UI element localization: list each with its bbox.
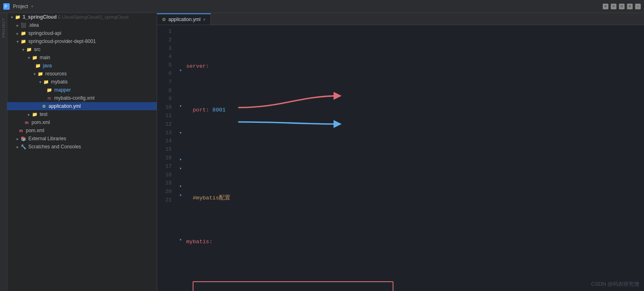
tree-mybatis[interactable]: ▾ 📁 mybatis — [7, 78, 157, 86]
tree-label-mybatis-config: mybatis-config.xml — [54, 95, 94, 101]
code-line-4: #mybatis配置 — [186, 194, 644, 203]
arrow-provider: ▾ — [15, 39, 20, 44]
tree-resources[interactable]: ▾ 📁 resources — [7, 70, 157, 78]
arrow-root: ▾ — [9, 15, 15, 19]
tree-label-test: test — [40, 111, 47, 117]
editor-content[interactable]: 12345 678910 1112131415 1617181920 21 ▾ … — [157, 25, 644, 291]
tree-application-yml[interactable]: ⚙ application.yml — [7, 102, 157, 110]
tree-external-libs[interactable]: ▸ 📚 External Libraries — [7, 135, 157, 143]
window-controls: ⊕ ≡ ⊟ ⚙ − — [603, 4, 641, 9]
code-line-6: type-aliases-package: com.lemon.springcl… — [186, 281, 644, 291]
gutter: ▾ ▾ ▾ ▾ ▾ ▾ ▾ ▾ — [176, 27, 185, 291]
sidebar-strip: Project — [0, 13, 7, 291]
folder-java-icon: 📁 — [35, 62, 41, 69]
tree-label-mybatis: mybatis — [51, 79, 68, 85]
folder-main-icon: 📁 — [32, 54, 38, 61]
tree-java[interactable]: 📁 java — [7, 62, 157, 70]
idea-icon: ⬛ — [20, 22, 27, 28]
folder-resources-icon: 📁 — [37, 71, 44, 77]
arrow-src: ▾ — [20, 47, 26, 52]
code-token: server: — [186, 62, 209, 71]
arrow-idea: ▸ — [15, 23, 20, 28]
folder-mybatis-icon: 📁 — [43, 79, 49, 85]
layout-icon[interactable]: ≡ — [611, 4, 616, 9]
arrow-test: ▸ — [26, 112, 32, 117]
highlight-red-line6: type-aliases-package: com.lemon.springcl… — [193, 281, 393, 291]
tree-scratches[interactable]: ▸ 🔧 Scratches and Consoles — [7, 143, 157, 151]
settings-icon[interactable]: ⚙ — [627, 4, 633, 9]
split-icon[interactable]: ⊟ — [619, 4, 625, 9]
tree-mapper[interactable]: 📁 mapper — [7, 86, 157, 94]
tab-yml-icon: ⚙ — [162, 17, 166, 22]
project-tree[interactable]: ▾ 📁 1_springCloud E:\Java\SpinrgCloud\1_… — [7, 13, 157, 291]
tree-label-api: springcloud-api — [28, 30, 61, 36]
code-line-2: port: 8001 — [186, 106, 644, 115]
tree-label-scratches: Scratches and Consoles — [28, 144, 81, 150]
scratch-icon: 🔧 — [20, 143, 27, 150]
tree-root[interactable]: ▾ 📁 1_springCloud E:\Java\SpinrgCloud\1_… — [7, 13, 157, 21]
folder-src-icon: 📁 — [26, 46, 32, 53]
tree-label-src: src — [34, 47, 40, 52]
folder-api-icon: 📁 — [20, 30, 27, 36]
tree-springcloud-api[interactable]: ▸ 📁 springcloud-api — [7, 29, 157, 37]
line-numbers: 12345 678910 1112131415 1617181920 21 — [157, 27, 176, 291]
tree-pom-root[interactable]: m pom.xml — [7, 126, 157, 135]
strip-label: Project — [2, 15, 6, 41]
library-icon: 📚 — [20, 135, 27, 142]
maven-provider-icon: m — [23, 119, 30, 126]
code-line-1: server: — [186, 62, 644, 71]
arrow-main: ▾ — [26, 56, 32, 60]
arrow-mybatis: ▾ — [37, 80, 43, 84]
code-line-5: mybatis: — [186, 238, 644, 246]
tab-label: application.yml — [168, 17, 200, 22]
code-token: port: — [193, 106, 209, 115]
tree-provider[interactable]: ▾ 📁 springcloud-provider-dept-8001 — [7, 37, 157, 45]
tree-label-java: java — [43, 63, 52, 68]
tree-label-external: External Libraries — [28, 136, 66, 141]
tree-label-pom-root: pom.xml — [26, 128, 44, 133]
folder-test-icon: 📁 — [32, 111, 38, 118]
main-layout: Project ▾ 📁 1_springCloud E:\Java\Spinrg… — [0, 13, 644, 291]
minimize-icon[interactable]: − — [635, 4, 641, 9]
tree-pom-provider[interactable]: m pom.xml — [7, 118, 157, 126]
tab-bar: ⚙ application.yml × — [157, 13, 644, 25]
project-label[interactable]: Project — [13, 4, 28, 9]
tree-idea[interactable]: ▸ ⬛ .idea — [7, 21, 157, 29]
folder-mapper-icon: 📁 — [46, 87, 53, 93]
code-token — [186, 106, 193, 115]
tree-mybatis-config[interactable]: m mybatis-config.xml — [7, 94, 157, 102]
tree-label-mapper: mapper — [54, 87, 71, 93]
tree-label-main: main — [40, 55, 50, 60]
maven-root-icon: m — [18, 127, 24, 134]
yml-icon: ⚙ — [40, 103, 47, 109]
dropdown-arrow[interactable]: ▾ — [31, 4, 33, 9]
tab-application-yml[interactable]: ⚙ application.yml × — [157, 13, 211, 25]
folder-provider-icon: 📁 — [20, 38, 27, 45]
watermark: CSDN @码农研究僧 — [591, 280, 639, 288]
tree-label-idea: .idea — [28, 22, 39, 28]
tree-label-provider: springcloud-provider-dept-8001 — [28, 39, 96, 44]
app-icon: P — [3, 3, 10, 10]
code-line-3 — [186, 150, 644, 158]
code-lines[interactable]: server: port: 8001 #mybatis配置 mybatis: — [185, 27, 644, 291]
xml-icon: m — [46, 95, 53, 101]
tree-label-yml: application.yml — [49, 103, 81, 109]
svg-text:P: P — [4, 4, 7, 9]
arrow-api: ▸ — [15, 31, 20, 36]
plus-icon[interactable]: ⊕ — [603, 4, 608, 9]
tree-label-resources: resources — [45, 71, 67, 77]
tree-main[interactable]: ▾ 📁 main — [7, 53, 157, 62]
code-token: mybatis: — [186, 238, 213, 246]
tree-label-root: 1_springCloud E:\Java\SpinrgCloud\1_spri… — [23, 14, 128, 20]
title-bar: P Project ▾ ⊕ ≡ ⊟ ⚙ − — [0, 0, 644, 13]
arrow-resources: ▾ — [32, 72, 37, 76]
code-token — [209, 106, 213, 115]
arrow-external: ▸ — [15, 137, 20, 141]
folder-icon: 📁 — [15, 14, 21, 20]
tree-test[interactable]: ▸ 📁 test — [7, 110, 157, 118]
tree-src[interactable]: ▾ 📁 src — [7, 45, 157, 53]
editor-area: ⚙ application.yml × 12345 678910 1112131… — [157, 13, 644, 291]
tab-close-button[interactable]: × — [203, 17, 205, 22]
arrow-scratches: ▸ — [15, 145, 20, 149]
tree-label-pom-provider: pom.xml — [32, 120, 50, 125]
